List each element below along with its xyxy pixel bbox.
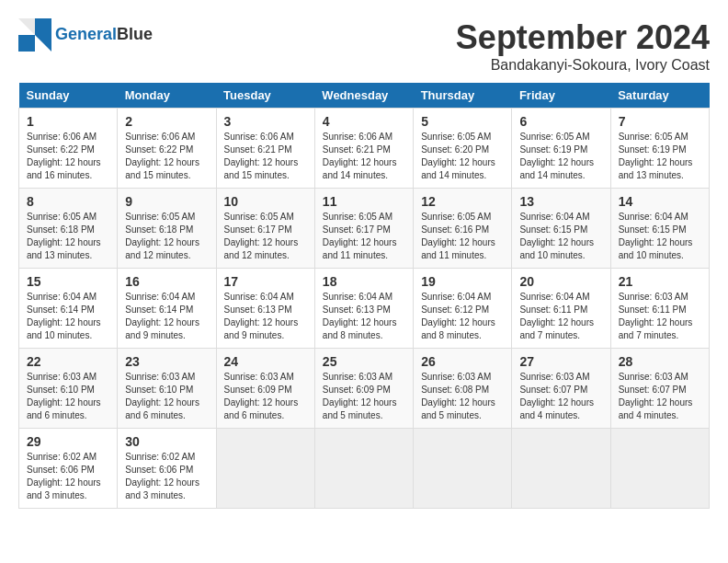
day-cell: 1Sunrise: 6:06 AMSunset: 6:22 PMDaylight… bbox=[19, 109, 118, 189]
day-cell: 25Sunrise: 6:03 AMSunset: 6:09 PMDayligh… bbox=[314, 349, 413, 429]
day-cell: 12Sunrise: 6:05 AMSunset: 6:16 PMDayligh… bbox=[414, 189, 512, 269]
day-cell: 20Sunrise: 6:04 AMSunset: 6:11 PMDayligh… bbox=[512, 269, 610, 349]
day-info: Sunrise: 6:04 AMSunset: 6:11 PMDaylight:… bbox=[519, 291, 602, 342]
day-cell: 29Sunrise: 6:02 AMSunset: 6:06 PMDayligh… bbox=[19, 429, 118, 509]
day-number: 8 bbox=[27, 194, 109, 209]
day-info: Sunrise: 6:03 AMSunset: 6:08 PMDaylight:… bbox=[421, 371, 504, 422]
day-cell: 2Sunrise: 6:06 AMSunset: 6:22 PMDaylight… bbox=[118, 109, 216, 189]
day-info: Sunrise: 6:05 AMSunset: 6:18 PMDaylight:… bbox=[27, 211, 109, 262]
day-cell: 18Sunrise: 6:04 AMSunset: 6:13 PMDayligh… bbox=[314, 269, 413, 349]
day-number: 26 bbox=[421, 354, 504, 369]
day-number: 3 bbox=[224, 114, 307, 129]
day-info: Sunrise: 6:03 AMSunset: 6:10 PMDaylight:… bbox=[125, 371, 208, 422]
week-row-3: 15Sunrise: 6:04 AMSunset: 6:14 PMDayligh… bbox=[19, 269, 710, 349]
day-info: Sunrise: 6:06 AMSunset: 6:21 PMDaylight:… bbox=[323, 131, 405, 182]
day-cell: 17Sunrise: 6:04 AMSunset: 6:13 PMDayligh… bbox=[216, 269, 314, 349]
day-number: 15 bbox=[27, 274, 109, 289]
day-number: 4 bbox=[323, 114, 405, 129]
day-number: 2 bbox=[125, 114, 208, 129]
day-cell: 5Sunrise: 6:05 AMSunset: 6:20 PMDaylight… bbox=[414, 109, 512, 189]
day-cell: 19Sunrise: 6:04 AMSunset: 6:12 PMDayligh… bbox=[414, 269, 512, 349]
day-cell: 24Sunrise: 6:03 AMSunset: 6:09 PMDayligh… bbox=[216, 349, 314, 429]
svg-rect-1 bbox=[35, 18, 51, 35]
day-cell bbox=[512, 429, 610, 509]
day-cell: 13Sunrise: 6:04 AMSunset: 6:15 PMDayligh… bbox=[512, 189, 610, 269]
day-info: Sunrise: 6:06 AMSunset: 6:21 PMDaylight:… bbox=[224, 131, 307, 182]
col-monday: Monday bbox=[118, 83, 216, 109]
day-number: 22 bbox=[27, 354, 109, 369]
day-cell: 7Sunrise: 6:05 AMSunset: 6:19 PMDaylight… bbox=[610, 109, 709, 189]
day-number: 11 bbox=[323, 194, 405, 209]
day-info: Sunrise: 6:05 AMSunset: 6:16 PMDaylight:… bbox=[421, 211, 504, 262]
day-info: Sunrise: 6:02 AMSunset: 6:06 PMDaylight:… bbox=[125, 451, 208, 502]
day-cell: 26Sunrise: 6:03 AMSunset: 6:08 PMDayligh… bbox=[414, 349, 512, 429]
day-number: 27 bbox=[519, 354, 602, 369]
day-info: Sunrise: 6:04 AMSunset: 6:13 PMDaylight:… bbox=[323, 291, 405, 342]
col-friday: Friday bbox=[512, 83, 610, 109]
day-info: Sunrise: 6:06 AMSunset: 6:22 PMDaylight:… bbox=[125, 131, 208, 182]
day-info: Sunrise: 6:03 AMSunset: 6:10 PMDaylight:… bbox=[27, 371, 109, 422]
day-number: 20 bbox=[519, 274, 602, 289]
col-tuesday: Tuesday bbox=[216, 83, 314, 109]
day-number: 29 bbox=[27, 434, 109, 449]
day-info: Sunrise: 6:04 AMSunset: 6:12 PMDaylight:… bbox=[421, 291, 504, 342]
day-number: 1 bbox=[27, 114, 109, 129]
day-info: Sunrise: 6:04 AMSunset: 6:13 PMDaylight:… bbox=[224, 291, 307, 342]
day-info: Sunrise: 6:03 AMSunset: 6:11 PMDaylight:… bbox=[619, 291, 701, 342]
day-cell: 28Sunrise: 6:03 AMSunset: 6:07 PMDayligh… bbox=[610, 349, 709, 429]
logo-general: General bbox=[55, 25, 117, 43]
header: GeneralBlue September 2024 Bandakanyi-So… bbox=[18, 18, 710, 74]
day-cell: 16Sunrise: 6:04 AMSunset: 6:14 PMDayligh… bbox=[118, 269, 216, 349]
day-cell: 27Sunrise: 6:03 AMSunset: 6:07 PMDayligh… bbox=[512, 349, 610, 429]
week-row-4: 22Sunrise: 6:03 AMSunset: 6:10 PMDayligh… bbox=[19, 349, 710, 429]
day-cell bbox=[414, 429, 512, 509]
day-cell: 21Sunrise: 6:03 AMSunset: 6:11 PMDayligh… bbox=[610, 269, 709, 349]
day-cell bbox=[216, 429, 314, 509]
day-info: Sunrise: 6:04 AMSunset: 6:15 PMDaylight:… bbox=[519, 211, 602, 262]
title-area: September 2024 Bandakanyi-Sokoura, Ivory… bbox=[456, 18, 710, 74]
day-info: Sunrise: 6:05 AMSunset: 6:17 PMDaylight:… bbox=[323, 211, 405, 262]
logo-blue: Blue bbox=[117, 25, 153, 43]
day-number: 14 bbox=[619, 194, 701, 209]
header-row: Sunday Monday Tuesday Wednesday Thursday… bbox=[19, 83, 710, 109]
day-info: Sunrise: 6:05 AMSunset: 6:18 PMDaylight:… bbox=[125, 211, 208, 262]
day-number: 10 bbox=[224, 194, 307, 209]
col-thursday: Thursday bbox=[414, 83, 512, 109]
day-info: Sunrise: 6:03 AMSunset: 6:09 PMDaylight:… bbox=[323, 371, 405, 422]
day-info: Sunrise: 6:05 AMSunset: 6:20 PMDaylight:… bbox=[421, 131, 504, 182]
day-number: 18 bbox=[323, 274, 405, 289]
col-saturday: Saturday bbox=[610, 83, 709, 109]
day-info: Sunrise: 6:03 AMSunset: 6:07 PMDaylight:… bbox=[619, 371, 701, 422]
day-number: 13 bbox=[519, 194, 602, 209]
day-number: 7 bbox=[619, 114, 701, 129]
day-number: 19 bbox=[421, 274, 504, 289]
day-info: Sunrise: 6:03 AMSunset: 6:09 PMDaylight:… bbox=[224, 371, 307, 422]
day-info: Sunrise: 6:04 AMSunset: 6:15 PMDaylight:… bbox=[619, 211, 701, 262]
day-number: 17 bbox=[224, 274, 307, 289]
calendar-table: Sunday Monday Tuesday Wednesday Thursday… bbox=[18, 83, 710, 509]
day-cell bbox=[610, 429, 709, 509]
day-info: Sunrise: 6:02 AMSunset: 6:06 PMDaylight:… bbox=[27, 451, 109, 502]
day-cell: 22Sunrise: 6:03 AMSunset: 6:10 PMDayligh… bbox=[19, 349, 118, 429]
day-cell: 8Sunrise: 6:05 AMSunset: 6:18 PMDaylight… bbox=[19, 189, 118, 269]
month-title: September 2024 bbox=[456, 18, 710, 57]
day-number: 9 bbox=[125, 194, 208, 209]
col-sunday: Sunday bbox=[19, 83, 118, 109]
svg-marker-2 bbox=[35, 35, 51, 52]
day-number: 12 bbox=[421, 194, 504, 209]
day-cell: 10Sunrise: 6:05 AMSunset: 6:17 PMDayligh… bbox=[216, 189, 314, 269]
logo: GeneralBlue bbox=[18, 18, 153, 52]
day-info: Sunrise: 6:06 AMSunset: 6:22 PMDaylight:… bbox=[27, 131, 109, 182]
day-number: 24 bbox=[224, 354, 307, 369]
day-cell: 11Sunrise: 6:05 AMSunset: 6:17 PMDayligh… bbox=[314, 189, 413, 269]
week-row-1: 1Sunrise: 6:06 AMSunset: 6:22 PMDaylight… bbox=[19, 109, 710, 189]
day-number: 6 bbox=[519, 114, 602, 129]
location-title: Bandakanyi-Sokoura, Ivory Coast bbox=[456, 57, 710, 74]
day-cell: 30Sunrise: 6:02 AMSunset: 6:06 PMDayligh… bbox=[118, 429, 216, 509]
day-info: Sunrise: 6:05 AMSunset: 6:17 PMDaylight:… bbox=[224, 211, 307, 262]
col-wednesday: Wednesday bbox=[314, 83, 413, 109]
day-info: Sunrise: 6:05 AMSunset: 6:19 PMDaylight:… bbox=[519, 131, 602, 182]
svg-rect-0 bbox=[18, 35, 35, 52]
day-number: 16 bbox=[125, 274, 208, 289]
day-cell: 14Sunrise: 6:04 AMSunset: 6:15 PMDayligh… bbox=[610, 189, 709, 269]
